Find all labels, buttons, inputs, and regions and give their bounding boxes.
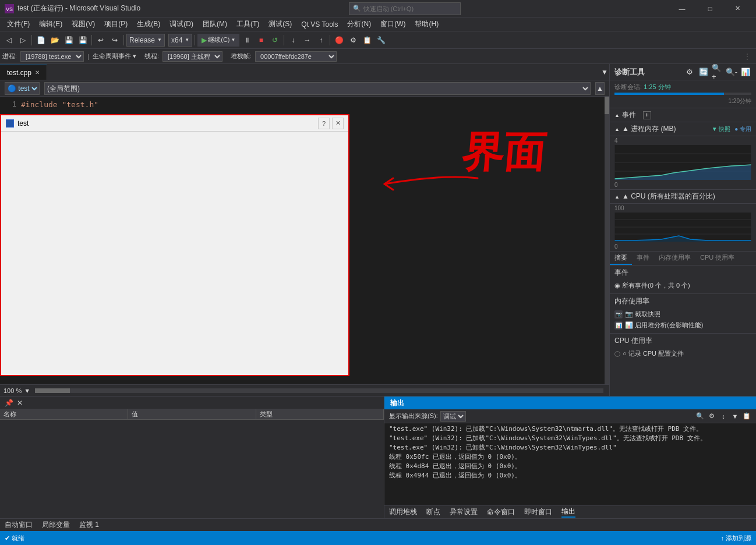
col-name-header: 名称 [0, 409, 128, 419]
diag-more-button[interactable]: 📊 [740, 66, 751, 78]
out-line5: 线程 0x4d84 已退出，返回值为 0 (0x0)。 [389, 462, 751, 471]
platform-dropdown[interactable]: x64 ▼ [168, 34, 192, 47]
scrollbar-thumb[interactable] [605, 97, 609, 114]
close-button[interactable]: ✕ [725, 0, 751, 17]
back-button[interactable]: ◁ [2, 34, 15, 47]
diag-zoom-out-button[interactable]: 🔍- [726, 66, 737, 78]
stack-select[interactable]: 00007ffebfdc287e [255, 51, 337, 62]
menu-window[interactable]: 窗口(W) [376, 17, 410, 31]
col-value-header: 值 [128, 409, 256, 419]
diag-settings-button[interactable]: ⚙ [684, 66, 695, 78]
diag-tab-memory[interactable]: 内存使用率 [654, 252, 695, 265]
zoom-row: 100 % ▼ [0, 384, 609, 396]
config-label: Release [129, 36, 155, 44]
tool1-button[interactable]: ⚙ [347, 34, 359, 47]
menu-edit[interactable]: 编辑(E) [34, 17, 67, 31]
diag-progress-fill [614, 93, 724, 95]
menu-build[interactable]: 生成(B) [132, 17, 165, 31]
save-all-button[interactable]: 💾 [76, 34, 89, 47]
diag-snapshot-button[interactable]: 📷 📷 截取快照 [614, 309, 751, 320]
config-dropdown[interactable]: Release ▼ [126, 34, 165, 47]
minimize-button[interactable]: — [669, 0, 695, 17]
diag-tab-events[interactable]: 事件 [632, 252, 654, 265]
undo-button[interactable]: ↩ [94, 34, 107, 47]
restart-debug-button[interactable]: ↺ [269, 34, 281, 47]
step-out-button[interactable]: ↑ [315, 34, 327, 47]
out-tab-immediate[interactable]: 即时窗口 [524, 507, 552, 517]
diag-tab-summary[interactable]: 摘要 [610, 252, 632, 265]
source-select[interactable]: 调试 [440, 411, 466, 422]
editor-scrollbar[interactable] [605, 97, 609, 384]
stop-debug-button[interactable]: ■ [255, 34, 267, 47]
btm-tab-locals[interactable]: 局部变量 [42, 520, 70, 530]
continue-button[interactable]: ▶ 继续(C) ▼ [197, 34, 239, 47]
quick-search-input[interactable] [363, 5, 457, 12]
zoom-dropdown-arrow[interactable]: ▼ [24, 387, 30, 394]
cpu-radio [614, 351, 620, 357]
context-select[interactable]: 🔵 test [5, 82, 40, 95]
tab-testcpp[interactable]: test.cpp ✕ [0, 65, 47, 80]
out-btn2[interactable]: ⚙ [707, 412, 716, 421]
diag-heap-button[interactable]: 📊 📊 启用堆分析(会影响性能) [614, 320, 751, 331]
out-tab-output[interactable]: 输出 [561, 507, 575, 518]
app-help-button[interactable]: ? [318, 118, 330, 129]
menu-debug[interactable]: 调试(D) [165, 17, 198, 31]
diag-cpu-section[interactable]: ▲ ▲ CPU (所有处理器的百分比) [610, 190, 756, 204]
tab-dropdown-button[interactable]: ▼ [600, 65, 609, 80]
menu-analyze[interactable]: 分析(N) [342, 17, 376, 31]
forward-button[interactable]: ▷ [16, 34, 29, 47]
menu-team[interactable]: 团队(M) [198, 17, 232, 31]
menu-file[interactable]: 文件(F) [2, 17, 34, 31]
redo-button[interactable]: ↪ [108, 34, 121, 47]
menu-project[interactable]: 项目(P) [100, 17, 132, 31]
app-titlebar: test ? ✕ [1, 115, 348, 132]
step-into-button[interactable]: ↓ [287, 34, 299, 47]
line-num-1: 1 [0, 100, 21, 108]
out-btn1[interactable]: 🔍 [695, 412, 705, 421]
breakpoint-button[interactable]: 🔴 [333, 34, 345, 47]
events-pause-button[interactable]: ⏸ [643, 111, 651, 119]
svg-rect-2 [6, 120, 13, 127]
close-icon[interactable]: ✕ [17, 399, 23, 407]
out-tab-exceptions[interactable]: 异常设置 [450, 507, 478, 517]
diag-events-section[interactable]: ▲ 事件 ⏸ [610, 108, 756, 122]
scroll-up-button[interactable]: ▲ [595, 82, 605, 95]
tool3-button[interactable]: 🔧 [375, 34, 387, 47]
btm-tab-auto[interactable]: 自动窗口 [5, 520, 33, 530]
scope-select[interactable]: (全局范围) [44, 82, 591, 95]
diag-zoom-in-button[interactable]: 🔍+ [712, 66, 723, 78]
menu-help[interactable]: 帮助(H) [410, 17, 443, 31]
out-tab-breakpoints[interactable]: 断点 [426, 507, 440, 517]
line-content-1: #include "test.h" [21, 100, 98, 109]
step-over-button[interactable]: → [301, 34, 313, 47]
tab-close-testcpp[interactable]: ✕ [35, 69, 40, 76]
out-btn3[interactable]: ↕ [719, 412, 728, 421]
menu-view[interactable]: 视图(V) [67, 17, 100, 31]
btm-tab-watch1[interactable]: 监视 1 [79, 520, 99, 530]
new-button[interactable]: 📄 [34, 34, 47, 47]
out-btn4[interactable]: ▼ [730, 412, 740, 421]
save-button[interactable]: 💾 [62, 34, 75, 47]
menu-qt[interactable]: Qt VS Tools [296, 17, 342, 31]
diag-memory-section[interactable]: ▲ ▲ 进程内存 (MB) ▼ 快照 ● 专用 [610, 122, 756, 136]
thread-select[interactable]: [19960] 主线程 [162, 51, 222, 62]
out-tab-command[interactable]: 命令窗口 [487, 507, 515, 517]
out-tab-callstack[interactable]: 调用堆栈 [389, 507, 417, 517]
out-btn5[interactable]: 📋 [742, 412, 751, 421]
diag-refresh-button[interactable]: 🔄 [698, 66, 709, 78]
h-scrollbar-thumb[interactable] [35, 388, 70, 393]
mem-chart-svg [614, 145, 751, 180]
maximize-button[interactable]: □ [697, 0, 723, 17]
menu-tools[interactable]: 工具(T) [232, 17, 264, 31]
pause-debug-button[interactable]: ⏸ [241, 34, 253, 47]
app-close-button[interactable]: ✕ [332, 118, 344, 129]
diag-cpu-record-button[interactable]: ○ 记录 CPU 配置文件 [614, 348, 751, 359]
horizontal-scrollbar[interactable] [35, 388, 603, 393]
open-button[interactable]: 📂 [48, 34, 61, 47]
lifecycle-dropdown[interactable]: 生命周期事件 ▾ [93, 52, 136, 61]
tool2-button[interactable]: 📋 [361, 34, 373, 47]
search-icon: 🔍 [353, 5, 361, 12]
process-select[interactable]: [19788] test.exe [20, 51, 84, 62]
menu-test[interactable]: 测试(S) [264, 17, 296, 31]
diag-tab-cpu[interactable]: CPU 使用率 [695, 252, 739, 265]
